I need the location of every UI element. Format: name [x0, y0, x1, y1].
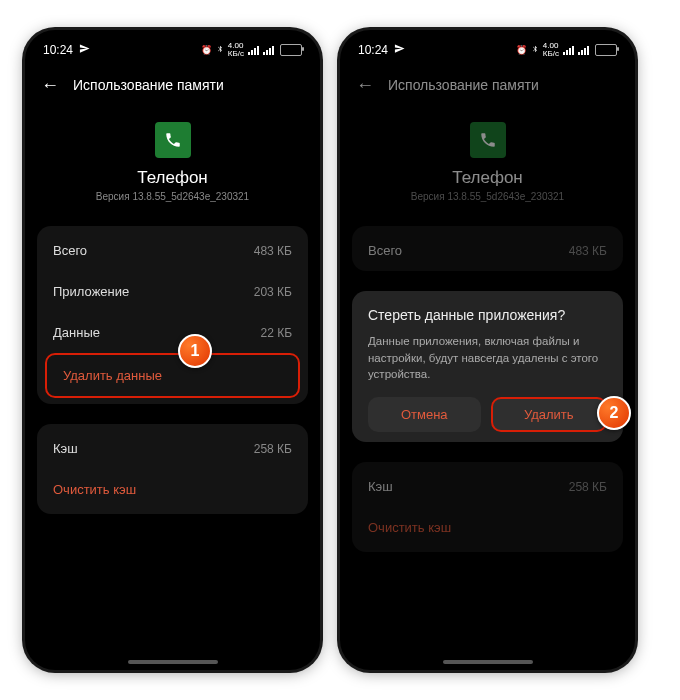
- alarm-icon: ⏰: [201, 45, 212, 55]
- page-title: Использование памяти: [73, 77, 224, 93]
- home-indicator[interactable]: [128, 660, 218, 664]
- app-version: Версия 13.8.55_5d2643e_230321: [340, 191, 635, 202]
- status-bar: 10:24 ⏰ 4.00КБ/с: [25, 30, 320, 64]
- dialog-body: Данные приложения, включая файлы и настр…: [368, 333, 607, 383]
- status-time: 10:24: [43, 43, 73, 57]
- back-icon[interactable]: ←: [356, 76, 374, 94]
- page-header: ← Использование памяти: [340, 64, 635, 98]
- dialog-cancel-button[interactable]: Отмена: [368, 397, 481, 432]
- status-bar: 10:24 ⏰ 4.00КБ/с: [340, 30, 635, 64]
- row-cache: Кэш 258 КБ: [352, 466, 623, 507]
- clear-data-button[interactable]: Удалить данные: [45, 353, 300, 398]
- app-name: Телефон: [25, 168, 320, 188]
- telegram-icon: [394, 43, 405, 57]
- home-indicator[interactable]: [443, 660, 533, 664]
- phone-app-icon: [155, 122, 191, 158]
- status-time: 10:24: [358, 43, 388, 57]
- back-icon[interactable]: ←: [41, 76, 59, 94]
- page-title: Использование памяти: [388, 77, 539, 93]
- clear-cache-button[interactable]: Очистить кэш: [352, 507, 623, 548]
- app-version: Версия 13.8.55_5d2643e_230321: [25, 191, 320, 202]
- dialog-title: Стереть данные приложения?: [368, 307, 607, 323]
- signal-icon-2: [578, 46, 589, 55]
- row-app: Приложение 203 КБ: [37, 271, 308, 312]
- net-speed: 4.00КБ/с: [228, 42, 244, 58]
- phone-left: 10:24 ⏰ 4.00КБ/с ← Использование памяти …: [25, 30, 320, 670]
- app-info: Телефон Версия 13.8.55_5d2643e_230321: [340, 98, 635, 216]
- storage-card: Всего 483 КБ Приложение 203 КБ Данные 22…: [37, 226, 308, 404]
- telegram-icon: [79, 43, 90, 57]
- bluetooth-icon: [531, 44, 539, 56]
- bluetooth-icon: [216, 44, 224, 56]
- signal-icon-2: [263, 46, 274, 55]
- alarm-icon: ⏰: [516, 45, 527, 55]
- battery-icon: [280, 44, 302, 56]
- row-cache: Кэш 258 КБ: [37, 428, 308, 469]
- step-badge-1: 1: [178, 334, 212, 368]
- page-header: ← Использование памяти: [25, 64, 320, 98]
- app-name: Телефон: [340, 168, 635, 188]
- phone-right: 10:24 ⏰ 4.00КБ/с ← Использование памяти …: [340, 30, 635, 670]
- cache-card: Кэш 258 КБ Очистить кэш: [37, 424, 308, 514]
- phone-app-icon: [470, 122, 506, 158]
- step-badge-2: 2: [597, 396, 631, 430]
- row-data: Данные 22 КБ: [37, 312, 308, 353]
- row-total: Всего 483 КБ: [37, 230, 308, 271]
- net-speed: 4.00КБ/с: [543, 42, 559, 58]
- battery-icon: [595, 44, 617, 56]
- dialog-confirm-button[interactable]: Удалить: [491, 397, 608, 432]
- clear-cache-button[interactable]: Очистить кэш: [37, 469, 308, 510]
- row-total: Всего 483 КБ: [352, 230, 623, 271]
- confirm-dialog: Стереть данные приложения? Данные прилож…: [352, 291, 623, 442]
- signal-icon: [248, 46, 259, 55]
- signal-icon: [563, 46, 574, 55]
- cache-card: Кэш 258 КБ Очистить кэш: [352, 462, 623, 552]
- storage-card-dim: Всего 483 КБ: [352, 226, 623, 271]
- app-info: Телефон Версия 13.8.55_5d2643e_230321: [25, 98, 320, 216]
